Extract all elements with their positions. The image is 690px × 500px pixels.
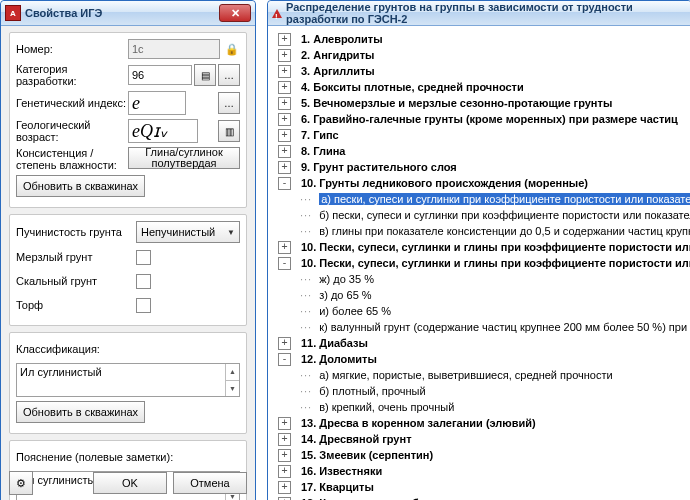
- tree-node[interactable]: ···к) валунный грунт (содержание частиц …: [270, 319, 689, 335]
- tree-node-label: 13. Дресва в коренном залегании (элювий): [301, 417, 536, 429]
- expand-icon[interactable]: +: [278, 417, 291, 430]
- tree-node-label: 2. Ангидриты: [301, 49, 374, 61]
- tree-node-label: 8. Глина: [301, 145, 345, 157]
- tree-node[interactable]: ···з) до 65 %: [270, 287, 689, 303]
- expand-icon[interactable]: +: [278, 481, 291, 494]
- tree-node[interactable]: ···в) крепкий, очень прочный: [270, 399, 689, 415]
- expand-icon[interactable]: +: [278, 433, 291, 446]
- frost-combo[interactable]: Непучинистый▼: [136, 221, 240, 243]
- close-button[interactable]: ✕: [219, 4, 251, 22]
- tree-node[interactable]: ···а) пески, супеси и суглинки при коэфф…: [270, 191, 689, 207]
- tree-node[interactable]: -10. Грунты ледникового происхождения (м…: [270, 175, 689, 191]
- expand-icon[interactable]: +: [278, 33, 291, 46]
- tree-node[interactable]: +10. Пески, супеси, суглинки и глины при…: [270, 239, 689, 255]
- class-label: Классификация:: [16, 343, 100, 355]
- rock-checkbox[interactable]: [136, 274, 151, 289]
- category-more-button[interactable]: …: [218, 64, 240, 86]
- app-icon: A: [5, 5, 21, 21]
- tree-node-label: 6. Гравийно-галечные грунты (кроме морен…: [301, 113, 678, 125]
- tree-node-label: 11. Диабазы: [301, 337, 368, 349]
- tree-node-label: 1. Алевролиты: [301, 33, 383, 45]
- update-wells-button-2[interactable]: Обновить в скважинах: [16, 401, 145, 423]
- consist-button[interactable]: Глина/суглинок полутвердая: [128, 147, 240, 169]
- frozen-checkbox[interactable]: [136, 250, 151, 265]
- tree-node[interactable]: +2. Ангидриты: [270, 47, 689, 63]
- gen-index-field[interactable]: e: [128, 91, 186, 115]
- tree-node-label: 17. Кварциты: [301, 481, 374, 493]
- tree-node[interactable]: +13. Дресва в коренном залегании (элювий…: [270, 415, 689, 431]
- lock-icon[interactable]: 🔒: [224, 43, 240, 56]
- tool-icon-button[interactable]: ⚙: [9, 471, 33, 495]
- tree-node[interactable]: ···а) мягкие, пористые, выветрившиеся, с…: [270, 367, 689, 383]
- tree-node[interactable]: ···б) плотный, прочный: [270, 383, 689, 399]
- expand-icon[interactable]: +: [278, 65, 291, 78]
- gen-index-more-button[interactable]: …: [218, 92, 240, 114]
- spin-down-icon[interactable]: ▼: [225, 380, 239, 397]
- expand-icon[interactable]: +: [278, 81, 291, 94]
- spin-up-icon[interactable]: ▲: [225, 364, 239, 380]
- tree-node-label: 9. Грунт растительного слоя: [301, 161, 457, 173]
- tree-node-label: з) до 65 %: [319, 289, 371, 301]
- expand-icon[interactable]: +: [278, 449, 291, 462]
- tree-node[interactable]: ···в) глины при показателе консистенции …: [270, 223, 689, 239]
- tree-leaf-marker: ···: [300, 273, 312, 285]
- collapse-icon[interactable]: -: [278, 257, 291, 270]
- tree-node[interactable]: -10. Пески, супеси, суглинки и глины при…: [270, 255, 689, 271]
- collapse-icon[interactable]: -: [278, 353, 291, 366]
- tree-node[interactable]: +11. Диабазы: [270, 335, 689, 351]
- tree-node[interactable]: +14. Дресвяной грунт: [270, 431, 689, 447]
- expand-icon[interactable]: +: [278, 97, 291, 110]
- expand-icon[interactable]: +: [278, 113, 291, 126]
- update-wells-button[interactable]: Обновить в скважинах: [16, 175, 145, 197]
- expand-icon[interactable]: +: [278, 49, 291, 62]
- tree-node[interactable]: +15. Змеевик (серпентин): [270, 447, 689, 463]
- tree-node[interactable]: -12. Доломиты: [270, 351, 689, 367]
- tree-node[interactable]: +3. Аргиллиты: [270, 63, 689, 79]
- category-label: Категория разработки:: [16, 63, 128, 87]
- tree-node-label: и) более 65 %: [319, 305, 391, 317]
- consist-label: Консистенция / степень влажности:: [16, 147, 128, 171]
- geo-age-pick-button[interactable]: ▥: [218, 120, 240, 142]
- expand-icon[interactable]: +: [278, 337, 291, 350]
- dialog-titlebar[interactable]: A Свойства ИГЭ ✕: [1, 1, 255, 26]
- peat-checkbox[interactable]: [136, 298, 151, 313]
- expand-icon[interactable]: +: [278, 241, 291, 254]
- ok-button[interactable]: OK: [93, 472, 167, 494]
- tree-leaf-marker: ···: [300, 401, 312, 413]
- geo-age-label: Геологический возраст:: [16, 119, 128, 143]
- tree-node-label: а) мягкие, пористые, выветрившиеся, сред…: [319, 369, 612, 381]
- tree-node[interactable]: ···б) пески, супеси и суглинки при коэфф…: [270, 207, 689, 223]
- tree-node[interactable]: ···и) более 65 %: [270, 303, 689, 319]
- geo-age-field[interactable]: eQɪᵥ: [128, 119, 198, 143]
- panel-title: Распределение грунтов на группы в зависи…: [286, 1, 687, 25]
- tree-node[interactable]: +6. Гравийно-галечные грунты (кроме море…: [270, 111, 689, 127]
- tree-leaf-marker: ···: [300, 369, 312, 381]
- tree-node[interactable]: +8. Глина: [270, 143, 689, 159]
- tree-node[interactable]: +18. Конгломераты и брекчии: [270, 495, 689, 500]
- tree-node[interactable]: +16. Известняки: [270, 463, 689, 479]
- tree-node[interactable]: +4. Бокситы плотные, средней прочности: [270, 79, 689, 95]
- expand-icon[interactable]: +: [278, 465, 291, 478]
- class-field[interactable]: Ил суглинистый ▲▼: [16, 363, 240, 397]
- tree-leaf-marker: ···: [300, 193, 312, 205]
- tree-node-label: а) пески, супеси и суглинки при коэффици…: [319, 193, 690, 205]
- tree-node[interactable]: +5. Вечномерзлые и мерзлые сезонно-прота…: [270, 95, 689, 111]
- tree-node[interactable]: ···ж) до 35 %: [270, 271, 689, 287]
- tree-node-label: 4. Бокситы плотные, средней прочности: [301, 81, 524, 93]
- chevron-down-icon: ▼: [227, 228, 235, 237]
- tree-node[interactable]: +17. Кварциты: [270, 479, 689, 495]
- cancel-button[interactable]: Отмена: [173, 472, 247, 494]
- category-lookup-button[interactable]: ▤: [194, 64, 216, 86]
- soil-tree[interactable]: +1. Алевролиты+2. Ангидриты+3. Аргиллиты…: [268, 27, 690, 500]
- tree-node-label: 10. Грунты ледникового происхождения (мо…: [301, 177, 588, 189]
- tree-node[interactable]: +1. Алевролиты: [270, 31, 689, 47]
- collapse-icon[interactable]: -: [278, 177, 291, 190]
- category-field[interactable]: 96: [128, 65, 192, 85]
- tree-node[interactable]: +9. Грунт растительного слоя: [270, 159, 689, 175]
- expand-icon[interactable]: +: [278, 497, 291, 501]
- tree-node[interactable]: +7. Гипс: [270, 127, 689, 143]
- expand-icon[interactable]: +: [278, 129, 291, 142]
- expand-icon[interactable]: +: [278, 161, 291, 174]
- panel-titlebar[interactable]: Распределение грунтов на группы в зависи…: [268, 1, 690, 26]
- expand-icon[interactable]: +: [278, 145, 291, 158]
